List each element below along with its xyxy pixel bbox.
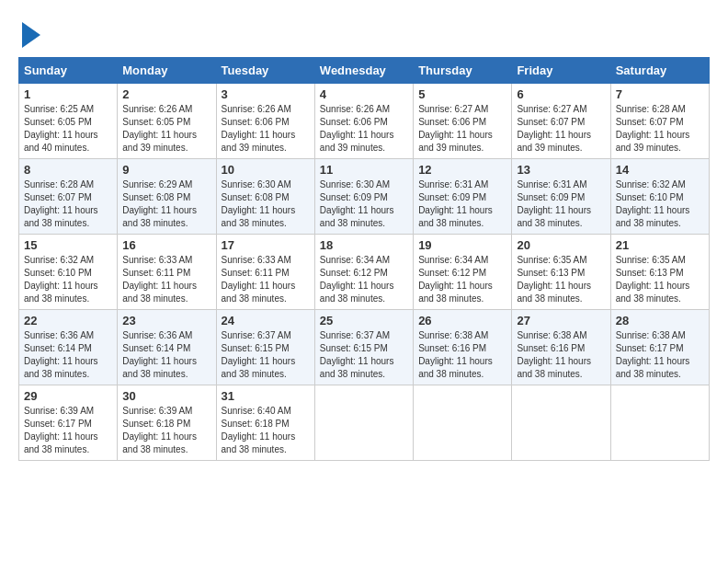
day-number: 11 xyxy=(320,163,408,177)
day-number: 24 xyxy=(222,314,310,327)
calendar-cell: 2 Sunrise: 6:26 AMSunset: 6:05 PMDayligh… xyxy=(118,84,216,159)
calendar-cell: 23 Sunrise: 6:36 AMSunset: 6:14 PMDaylig… xyxy=(118,310,216,385)
calendar-cell: 10 Sunrise: 6:30 AMSunset: 6:08 PMDaylig… xyxy=(216,159,314,235)
calendar-cell: 28 Sunrise: 6:38 AMSunset: 6:17 PMDaylig… xyxy=(610,310,709,385)
calendar-cell: 20 Sunrise: 6:35 AMSunset: 6:13 PMDaylig… xyxy=(512,235,610,310)
day-info: Sunrise: 6:27 AMSunset: 6:06 PMDaylight:… xyxy=(418,104,493,153)
calendar-cell: 6 Sunrise: 6:27 AMSunset: 6:07 PMDayligh… xyxy=(512,84,610,159)
calendar-table: SundayMondayTuesdayWednesdayThursdayFrid… xyxy=(18,57,710,461)
calendar-cell xyxy=(314,385,413,461)
calendar-week-row: 29 Sunrise: 6:39 AMSunset: 6:17 PMDaylig… xyxy=(19,385,710,461)
day-number: 12 xyxy=(418,163,506,177)
calendar-cell: 29 Sunrise: 6:39 AMSunset: 6:17 PMDaylig… xyxy=(19,385,118,461)
calendar-cell: 11 Sunrise: 6:30 AMSunset: 6:09 PMDaylig… xyxy=(314,159,413,235)
day-info: Sunrise: 6:33 AMSunset: 6:11 PMDaylight:… xyxy=(222,255,296,304)
calendar-cell xyxy=(512,385,610,461)
calendar-cell: 31 Sunrise: 6:40 AMSunset: 6:18 PMDaylig… xyxy=(216,385,314,461)
day-info: Sunrise: 6:30 AMSunset: 6:09 PMDaylight:… xyxy=(320,179,394,228)
day-info: Sunrise: 6:36 AMSunset: 6:14 PMDaylight:… xyxy=(122,330,197,379)
calendar-cell: 22 Sunrise: 6:36 AMSunset: 6:14 PMDaylig… xyxy=(19,310,118,385)
day-number: 18 xyxy=(320,238,408,252)
calendar-cell: 15 Sunrise: 6:32 AMSunset: 6:10 PMDaylig… xyxy=(19,235,118,310)
day-number: 5 xyxy=(418,87,506,101)
day-header-sunday: Sunday xyxy=(19,58,118,84)
day-info: Sunrise: 6:27 AMSunset: 6:07 PMDaylight:… xyxy=(517,104,591,153)
day-info: Sunrise: 6:28 AMSunset: 6:07 PMDaylight:… xyxy=(616,104,690,153)
day-number: 19 xyxy=(418,238,506,252)
day-info: Sunrise: 6:40 AMSunset: 6:18 PMDaylight:… xyxy=(222,406,296,454)
day-info: Sunrise: 6:34 AMSunset: 6:12 PMDaylight:… xyxy=(320,255,394,304)
calendar-cell: 26 Sunrise: 6:38 AMSunset: 6:16 PMDaylig… xyxy=(414,310,512,385)
day-number: 13 xyxy=(517,163,605,177)
calendar-cell: 3 Sunrise: 6:26 AMSunset: 6:06 PMDayligh… xyxy=(216,84,314,159)
calendar-cell: 14 Sunrise: 6:32 AMSunset: 6:10 PMDaylig… xyxy=(610,159,709,235)
calendar-cell: 16 Sunrise: 6:33 AMSunset: 6:11 PMDaylig… xyxy=(118,235,216,310)
day-number: 22 xyxy=(24,314,112,327)
day-number: 21 xyxy=(616,238,704,252)
day-number: 3 xyxy=(222,87,310,101)
day-number: 7 xyxy=(616,87,704,101)
calendar-cell: 17 Sunrise: 6:33 AMSunset: 6:11 PMDaylig… xyxy=(216,235,314,310)
day-number: 10 xyxy=(222,163,310,177)
day-number: 28 xyxy=(616,314,704,327)
day-number: 1 xyxy=(24,87,112,101)
calendar-week-row: 1 Sunrise: 6:25 AMSunset: 6:05 PMDayligh… xyxy=(19,84,710,159)
day-number: 8 xyxy=(24,163,112,177)
day-info: Sunrise: 6:32 AMSunset: 6:10 PMDaylight:… xyxy=(24,255,98,304)
day-info: Sunrise: 6:25 AMSunset: 6:05 PMDaylight:… xyxy=(24,104,98,153)
day-number: 16 xyxy=(122,238,210,252)
day-number: 26 xyxy=(418,314,506,327)
day-header-friday: Friday xyxy=(512,58,610,84)
day-number: 9 xyxy=(122,163,210,177)
day-info: Sunrise: 6:35 AMSunset: 6:13 PMDaylight:… xyxy=(517,255,591,304)
day-number: 27 xyxy=(517,314,605,327)
day-number: 23 xyxy=(122,314,210,327)
day-number: 4 xyxy=(320,87,408,101)
day-number: 14 xyxy=(616,163,704,177)
day-number: 17 xyxy=(222,238,310,252)
calendar-cell: 25 Sunrise: 6:37 AMSunset: 6:15 PMDaylig… xyxy=(314,310,413,385)
calendar-cell: 12 Sunrise: 6:31 AMSunset: 6:09 PMDaylig… xyxy=(414,159,512,235)
day-info: Sunrise: 6:35 AMSunset: 6:13 PMDaylight:… xyxy=(616,255,690,304)
day-info: Sunrise: 6:39 AMSunset: 6:17 PMDaylight:… xyxy=(24,406,98,454)
calendar-cell: 21 Sunrise: 6:35 AMSunset: 6:13 PMDaylig… xyxy=(610,235,709,310)
day-info: Sunrise: 6:26 AMSunset: 6:05 PMDaylight:… xyxy=(122,104,197,153)
day-info: Sunrise: 6:37 AMSunset: 6:15 PMDaylight:… xyxy=(320,330,394,379)
day-info: Sunrise: 6:38 AMSunset: 6:16 PMDaylight:… xyxy=(517,330,591,379)
calendar-cell: 8 Sunrise: 6:28 AMSunset: 6:07 PMDayligh… xyxy=(19,159,118,235)
day-number: 25 xyxy=(320,314,408,327)
day-number: 30 xyxy=(122,389,210,403)
day-info: Sunrise: 6:31 AMSunset: 6:09 PMDaylight:… xyxy=(517,179,591,228)
logo xyxy=(18,18,40,48)
calendar-cell: 24 Sunrise: 6:37 AMSunset: 6:15 PMDaylig… xyxy=(216,310,314,385)
day-info: Sunrise: 6:38 AMSunset: 6:17 PMDaylight:… xyxy=(616,330,690,379)
day-info: Sunrise: 6:38 AMSunset: 6:16 PMDaylight:… xyxy=(418,330,493,379)
calendar-cell: 7 Sunrise: 6:28 AMSunset: 6:07 PMDayligh… xyxy=(610,84,709,159)
calendar-cell: 1 Sunrise: 6:25 AMSunset: 6:05 PMDayligh… xyxy=(19,84,118,159)
day-number: 20 xyxy=(517,238,605,252)
day-number: 2 xyxy=(122,87,210,101)
calendar-cell xyxy=(610,385,709,461)
day-number: 15 xyxy=(24,238,112,252)
calendar-week-row: 22 Sunrise: 6:36 AMSunset: 6:14 PMDaylig… xyxy=(19,310,710,385)
day-header-wednesday: Wednesday xyxy=(314,58,413,84)
day-info: Sunrise: 6:33 AMSunset: 6:11 PMDaylight:… xyxy=(122,255,197,304)
calendar-cell: 13 Sunrise: 6:31 AMSunset: 6:09 PMDaylig… xyxy=(512,159,610,235)
day-info: Sunrise: 6:28 AMSunset: 6:07 PMDaylight:… xyxy=(24,179,98,228)
calendar-cell: 9 Sunrise: 6:29 AMSunset: 6:08 PMDayligh… xyxy=(118,159,216,235)
day-info: Sunrise: 6:32 AMSunset: 6:10 PMDaylight:… xyxy=(616,179,690,228)
day-header-saturday: Saturday xyxy=(610,58,709,84)
calendar-week-row: 8 Sunrise: 6:28 AMSunset: 6:07 PMDayligh… xyxy=(19,159,710,235)
calendar-cell: 4 Sunrise: 6:26 AMSunset: 6:06 PMDayligh… xyxy=(314,84,413,159)
day-number: 29 xyxy=(24,389,112,403)
day-number: 6 xyxy=(517,87,605,101)
day-info: Sunrise: 6:39 AMSunset: 6:18 PMDaylight:… xyxy=(122,406,197,454)
day-info: Sunrise: 6:26 AMSunset: 6:06 PMDaylight:… xyxy=(320,104,394,153)
day-info: Sunrise: 6:26 AMSunset: 6:06 PMDaylight:… xyxy=(222,104,296,153)
logo-arrow-icon xyxy=(22,22,40,48)
day-info: Sunrise: 6:37 AMSunset: 6:15 PMDaylight:… xyxy=(222,330,296,379)
calendar-week-row: 15 Sunrise: 6:32 AMSunset: 6:10 PMDaylig… xyxy=(19,235,710,310)
calendar-cell: 30 Sunrise: 6:39 AMSunset: 6:18 PMDaylig… xyxy=(118,385,216,461)
calendar-cell: 18 Sunrise: 6:34 AMSunset: 6:12 PMDaylig… xyxy=(314,235,413,310)
calendar-header-row: SundayMondayTuesdayWednesdayThursdayFrid… xyxy=(19,58,710,84)
